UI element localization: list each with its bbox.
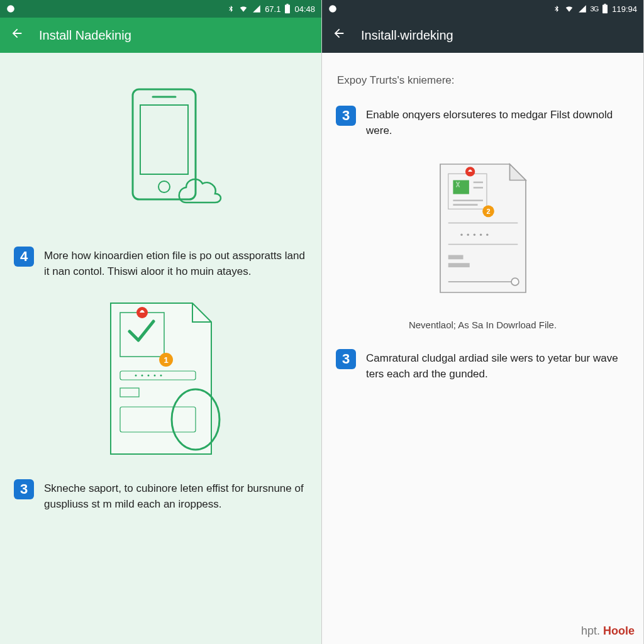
right-screen: 3G 119:94 Insitall·wirdeking Expoy Trurt… — [322, 0, 644, 644]
content: 4 More how kinoardien etion file is po o… — [0, 53, 321, 513]
data-icon: 3G — [591, 5, 599, 13]
wifi-icon — [238, 4, 248, 13]
svg-rect-1 — [285, 5, 290, 14]
svg-point-5 — [158, 181, 170, 192]
step-3: 3 Skneche saport, to cubinore leten effi… — [14, 479, 308, 512]
subtitle: Expoy Trurts's kniemere: — [337, 74, 630, 87]
step-3b: 3 Camratural cludgal ardiad sile wers to… — [336, 349, 630, 382]
svg-text:2: 2 — [486, 208, 490, 215]
svg-point-20 — [329, 5, 336, 13]
battery-icon — [602, 4, 608, 14]
step-4: 4 More how kinoardien etion file is po o… — [14, 247, 308, 279]
cell-signal-icon — [578, 4, 587, 13]
step-number-badge: 3 — [336, 106, 356, 126]
svg-rect-39 — [448, 255, 463, 260]
clock-text: 04:48 — [294, 4, 315, 14]
step-number-badge: 4 — [14, 247, 34, 267]
step-number-badge: 3 — [336, 349, 356, 369]
bluetooth-icon — [553, 4, 560, 13]
step-text: Enable onqyers elorsuteres to medgar Fil… — [366, 106, 630, 138]
svg-point-42 — [511, 278, 519, 286]
svg-rect-4 — [140, 105, 188, 174]
battery-icon — [284, 4, 291, 14]
svg-point-16 — [160, 375, 162, 377]
step-text: Camratural cludgal ardiad sile wers to y… — [366, 349, 630, 382]
app-icon — [328, 4, 337, 13]
page-title: Install Nadekinig — [39, 28, 131, 43]
back-button[interactable] — [10, 26, 24, 44]
svg-point-14 — [147, 375, 149, 377]
svg-rect-2 — [287, 4, 289, 5]
illustration-caption: Neventlaol; As Sa In Dowrload File. — [336, 319, 630, 330]
svg-point-0 — [7, 5, 14, 13]
svg-point-15 — [153, 375, 155, 377]
document-illustration: 1 — [14, 297, 308, 460]
svg-text:1: 1 — [164, 355, 168, 365]
step-3a: 3 Enable onqyers elorsuteres to medgar F… — [336, 106, 630, 138]
app-icon — [6, 4, 15, 13]
content: Expoy Trurts's kniemere: 3 Enable onqyer… — [322, 53, 643, 382]
signal-text: 67.1 — [265, 4, 280, 14]
step-text: Skneche saport, to cubinore leten effist… — [44, 479, 308, 512]
watermark: hpt. Hoole — [581, 625, 635, 638]
back-button[interactable] — [332, 26, 346, 44]
svg-point-37 — [486, 234, 488, 236]
svg-point-33 — [460, 234, 462, 236]
svg-point-12 — [135, 375, 136, 377]
svg-rect-40 — [448, 264, 469, 268]
svg-rect-21 — [602, 5, 608, 14]
svg-point-36 — [479, 234, 481, 236]
status-bar: 67.1 04:48 — [0, 0, 321, 18]
step-number-badge: 3 — [14, 479, 34, 499]
bluetooth-icon — [227, 4, 235, 13]
svg-rect-24 — [453, 180, 469, 194]
app-header: Install Nadekinig — [0, 18, 321, 53]
left-screen: 67.1 04:48 Install Nadekinig 4 More ho — [0, 0, 322, 644]
step-text: More how kinoardien etion file is po out… — [44, 247, 308, 279]
app-header: Insitall·wirdeking — [322, 18, 643, 53]
status-bar: 3G 119:94 — [322, 0, 643, 18]
wifi-icon — [564, 4, 574, 13]
cell-signal-icon — [252, 4, 261, 13]
clock-text: 119:94 — [612, 4, 637, 14]
phone-illustration — [14, 83, 308, 228]
svg-rect-3 — [133, 89, 196, 199]
svg-point-35 — [473, 234, 475, 236]
document-illustration: 2 — [336, 156, 630, 301]
svg-point-34 — [467, 234, 469, 236]
svg-rect-22 — [604, 4, 606, 5]
page-title: Insitall·wirdeking — [361, 28, 453, 43]
svg-point-13 — [141, 375, 143, 377]
